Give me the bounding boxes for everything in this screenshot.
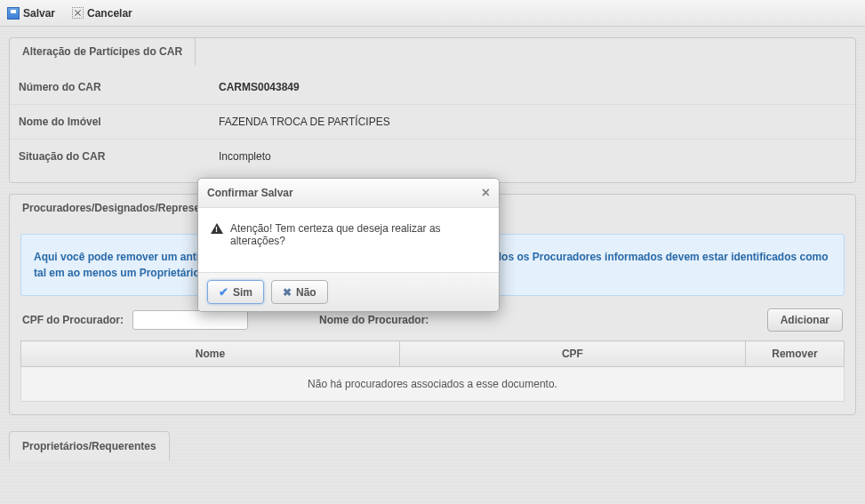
save-button[interactable]: Salvar <box>7 7 55 20</box>
situacao-car-label: Situação do CAR <box>19 150 219 163</box>
row-numero-car: Número do CAR CARMS0043849 <box>10 70 855 104</box>
save-icon <box>7 7 20 20</box>
numero-car-value: CARMS0043849 <box>219 81 300 93</box>
yes-label: Sim <box>233 286 252 299</box>
cancel-label: Cancelar <box>87 7 132 20</box>
cpf-procurador-input[interactable] <box>132 310 248 330</box>
yes-button[interactable]: ✔ Sim <box>207 280 264 304</box>
table-empty-text: Não há procuradores associados a esse do… <box>21 367 845 402</box>
procuradores-table: Nome CPF Remover Não há procuradores ass… <box>20 340 845 402</box>
situacao-car-value: Incompleto <box>219 150 271 163</box>
row-nome-imovel: Nome do Imóvel FAZENDA TROCA DE PARTÍCIP… <box>10 104 855 139</box>
dialog-body: Atenção! Tem certeza que deseja realizar… <box>198 208 499 272</box>
no-button[interactable]: ✖ Não <box>271 280 328 304</box>
cancel-button[interactable]: Cancelar <box>71 7 132 20</box>
nome-procurador-label: Nome do Procurador: <box>319 314 428 326</box>
main-panel-title: Alteração de Partícipes do CAR <box>9 37 196 66</box>
adicionar-button[interactable]: Adicionar <box>767 308 843 332</box>
close-icon[interactable]: × <box>482 186 490 200</box>
x-icon: ✖ <box>283 286 292 299</box>
nome-imovel-value: FAZENDA TROCA DE PARTÍCIPES <box>219 116 390 128</box>
nome-imovel-label: Nome do Imóvel <box>19 116 219 128</box>
col-remover: Remover <box>745 341 844 367</box>
confirm-dialog: Confirmar Salvar × Atenção! Tem certeza … <box>197 178 500 312</box>
col-cpf: CPF <box>399 341 745 367</box>
save-label: Salvar <box>23 7 55 20</box>
table-empty-row: Não há procuradores associados a esse do… <box>21 367 845 402</box>
row-situacao-car: Situação do CAR Incompleto <box>10 139 855 173</box>
dialog-footer: ✔ Sim ✖ Não <box>198 272 499 311</box>
proprietarios-tab[interactable]: Proprietários/Requerentes <box>9 431 170 460</box>
cancel-icon <box>71 7 84 20</box>
dialog-header: Confirmar Salvar × <box>198 179 499 208</box>
top-toolbar: Salvar Cancelar <box>0 0 865 27</box>
table-header-row: Nome CPF Remover <box>21 341 845 367</box>
cpf-procurador-label: CPF do Procurador: <box>22 314 124 326</box>
dialog-message: Atenção! Tem certeza que deseja realizar… <box>230 222 486 247</box>
numero-car-label: Número do CAR <box>19 81 219 93</box>
warning-icon <box>211 223 223 234</box>
dialog-title: Confirmar Salvar <box>207 187 482 199</box>
check-icon: ✔ <box>219 285 228 299</box>
col-nome: Nome <box>21 341 400 367</box>
no-label: Não <box>296 286 316 299</box>
main-panel: Alteração de Partícipes do CAR Número do… <box>9 37 856 183</box>
